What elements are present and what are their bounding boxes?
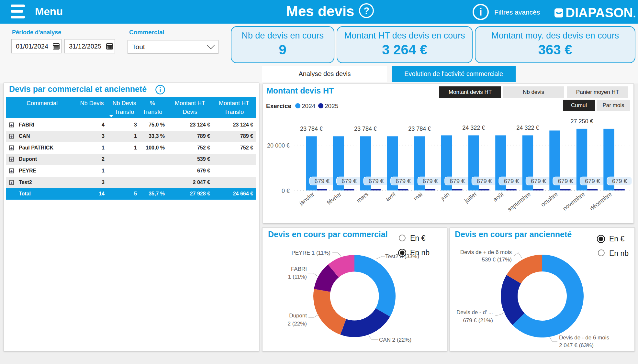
svg-text:décembre: décembre xyxy=(588,191,613,212)
svg-text:679 €: 679 € xyxy=(504,178,519,184)
svg-text:?: ? xyxy=(364,6,369,16)
svg-text:679 €: 679 € xyxy=(612,178,627,184)
svg-text:23 784 €: 23 784 € xyxy=(354,126,377,132)
svg-text:679 €: 679 € xyxy=(531,178,546,184)
svg-text:mars: mars xyxy=(355,191,370,204)
svg-text:27 250 €: 27 250 € xyxy=(570,118,593,125)
svg-text:juin: juin xyxy=(439,191,451,202)
svg-text:octobre: octobre xyxy=(540,191,559,208)
svg-text:679 €: 679 € xyxy=(477,178,492,184)
svg-text:septembre: septembre xyxy=(506,191,532,213)
svg-text:juillet: juillet xyxy=(463,191,478,204)
svg-text:679 €: 679 € xyxy=(585,178,600,184)
svg-text:24 322 €: 24 322 € xyxy=(516,125,539,131)
svg-text:679 €: 679 € xyxy=(558,178,573,184)
svg-text:mai: mai xyxy=(412,191,424,202)
svg-text:23 784 €: 23 784 € xyxy=(408,126,431,132)
svg-text:DIAPASON: DIAPASON xyxy=(565,6,633,19)
svg-text:679 €: 679 € xyxy=(341,178,357,184)
svg-text:679 €: 679 € xyxy=(369,178,384,184)
svg-text:avril: avril xyxy=(384,191,397,203)
svg-text:0 €: 0 € xyxy=(282,188,290,194)
svg-text:679 €: 679 € xyxy=(423,178,438,184)
svg-text:679 €: 679 € xyxy=(396,178,411,184)
svg-text:i: i xyxy=(479,6,482,18)
svg-text:679 €: 679 € xyxy=(450,178,465,184)
svg-text:24 322 €: 24 322 € xyxy=(462,125,485,131)
svg-text:novembre: novembre xyxy=(562,191,586,212)
svg-text:20 000 €: 20 000 € xyxy=(267,142,290,149)
svg-text:23 784 €: 23 784 € xyxy=(300,126,323,132)
svg-text:679 €: 679 € xyxy=(315,178,330,184)
svg-text:janvier: janvier xyxy=(298,191,316,207)
svg-text:août: août xyxy=(492,191,505,203)
svg-text:février: février xyxy=(326,191,343,206)
